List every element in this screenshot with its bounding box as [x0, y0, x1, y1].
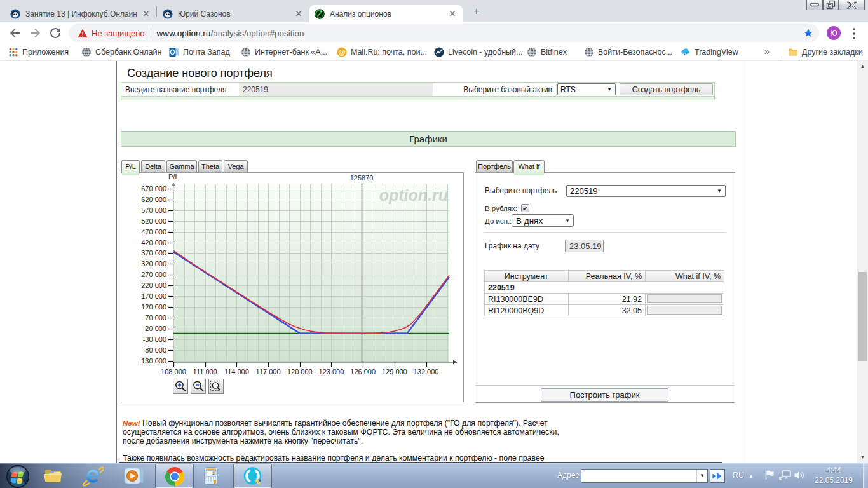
- page-content: Создание нового портфеля Введите названи…: [0, 61, 868, 463]
- tab-separator: [156, 6, 157, 17]
- notes-paragraph-2: Также появилась возможность редактироват…: [123, 454, 545, 463]
- bookmark-item[interactable]: @Mail.Ru: почта, пои...: [337, 46, 427, 58]
- chart-tab-gamma[interactable]: Gamma: [166, 160, 197, 172]
- new-tab-button[interactable]: +: [468, 6, 485, 17]
- zoom-in-button[interactable]: [173, 379, 188, 394]
- taskbar-calculator-icon[interactable]: 0: [200, 465, 222, 487]
- new-badge: New!: [123, 419, 140, 427]
- window-restore-button[interactable]: [823, 0, 839, 10]
- globe-icon: [241, 47, 251, 57]
- portfolio-select[interactable]: 220519▼: [566, 185, 726, 197]
- chart-tab-pl[interactable]: P/L: [121, 160, 140, 173]
- pl-chart[interactable]: option.ru125870670 000620 000570 000520 …: [121, 172, 464, 402]
- taskbar-explorer-icon[interactable]: [43, 465, 64, 487]
- bookmark-item[interactable]: Bitfinex: [527, 46, 567, 58]
- reload-icon[interactable]: [48, 25, 63, 41]
- portfolio-name-label: Введите название портфеля: [121, 83, 239, 96]
- tab-close-icon[interactable]: ✕: [294, 9, 304, 19]
- browser-tab-1[interactable]: Занятие 13 | Инфоклуб.Онлайн ✕: [5, 5, 156, 22]
- svg-text:420 000: 420 000: [141, 239, 166, 247]
- taskbar-wmp-icon[interactable]: [122, 465, 144, 487]
- bookmark-item[interactable]: Интернет-банк «А...: [241, 46, 327, 58]
- bookmark-item[interactable]: Приложения: [8, 46, 69, 58]
- zoom-region-button[interactable]: [208, 379, 224, 394]
- browser-tab-2[interactable]: Юрий Сазонов ✕: [158, 5, 309, 22]
- action-center-flag-icon[interactable]: [764, 470, 775, 483]
- scroll-up-icon[interactable]: ▲: [857, 61, 868, 72]
- create-portfolio-button[interactable]: Создать портфель: [620, 83, 713, 95]
- network-icon[interactable]: [779, 470, 791, 483]
- bookmark-star-icon[interactable]: [803, 28, 813, 38]
- taskbar-chrome-button[interactable]: [156, 464, 193, 488]
- col-instrument: Инструмент: [485, 271, 569, 282]
- address-go-button[interactable]: [710, 469, 725, 483]
- taskbar-app-button[interactable]: [234, 464, 271, 488]
- tab-portfolio[interactable]: Портфель: [476, 160, 513, 172]
- svg-text:320 000: 320 000: [141, 260, 166, 268]
- browser-menu-icon[interactable]: [853, 28, 857, 38]
- browser-tab-3-active[interactable]: Анализ опционов ✕: [309, 5, 463, 22]
- svg-text:123 000: 123 000: [319, 368, 344, 376]
- svg-text:670 000: 670 000: [141, 185, 166, 193]
- tray-expand-icon[interactable]: ▲: [749, 473, 754, 479]
- back-icon[interactable]: [8, 25, 23, 41]
- address-bar[interactable]: Не защищено www.option.ru/analysis/optio…: [69, 24, 819, 42]
- clock-time[interactable]: 4:44: [817, 466, 850, 475]
- other-bookmarks[interactable]: Другие закладки: [788, 46, 863, 58]
- portfolio-name-input[interactable]: 220519: [240, 83, 432, 96]
- security-warning-icon[interactable]: [78, 29, 88, 38]
- scroll-down-icon[interactable]: ▼: [857, 452, 868, 463]
- base-asset-select[interactable]: RTS▼: [557, 83, 616, 95]
- tab-title: Занятие 13 | Инфоклуб.Онлайн: [25, 10, 141, 18]
- bookmarks-overflow-icon[interactable]: »: [764, 46, 770, 57]
- svg-text:126 000: 126 000: [350, 368, 376, 376]
- tab-close-icon[interactable]: ✕: [447, 9, 458, 19]
- select-arrow-icon: ▼: [607, 86, 612, 92]
- svg-text:117 000: 117 000: [256, 368, 281, 376]
- profile-avatar[interactable]: Ю: [827, 26, 841, 40]
- chart-date-input[interactable]: 23.05.19: [565, 240, 604, 252]
- build-chart-button[interactable]: Построить график: [541, 388, 668, 402]
- bookmark-item[interactable]: Сбербанк Онлайн: [81, 46, 161, 58]
- volume-icon[interactable]: [794, 470, 804, 483]
- window-close-button[interactable]: [839, 0, 865, 10]
- svg-text:170 000: 170 000: [141, 292, 166, 300]
- taskbar-ie-icon[interactable]: [82, 465, 104, 487]
- bookmark-item[interactable]: Войти-Безопаснос...: [584, 46, 672, 58]
- show-desktop-button[interactable]: [863, 463, 868, 488]
- svg-text:111 000: 111 000: [193, 368, 217, 376]
- svg-text:470 000: 470 000: [141, 228, 166, 236]
- scrollbar-thumb[interactable]: [858, 272, 867, 361]
- bookmark-item[interactable]: TradingView: [681, 46, 738, 58]
- bookmark-item[interactable]: Livecoin - удобный...: [434, 46, 523, 58]
- option-ru-favicon-icon: [315, 9, 325, 19]
- clock-date[interactable]: 22.05.2019: [812, 476, 855, 485]
- window-minimize-button[interactable]: [806, 0, 823, 10]
- svg-text:70 000: 70 000: [145, 314, 166, 322]
- until-exp-select[interactable]: В днях▼: [512, 214, 574, 227]
- tab-close-icon[interactable]: ✕: [141, 9, 151, 19]
- security-label[interactable]: Не защищено: [92, 29, 145, 38]
- base-asset-cell: RTS▼: [557, 83, 618, 96]
- url-text[interactable]: www.option.ru/analysis/option#position: [157, 29, 304, 38]
- note-line: после добавления инструмента нажмите на …: [123, 437, 363, 445]
- chart-tab-vega[interactable]: Vega: [224, 160, 248, 172]
- group-row: 220519: [485, 282, 724, 294]
- chart-tab-delta[interactable]: Delta: [141, 160, 165, 172]
- address-toolbar-input[interactable]: ▼: [581, 469, 708, 483]
- page-scrollbar[interactable]: ▲ ▼: [857, 61, 868, 463]
- bookmark-item[interactable]: Почта Запад: [169, 46, 230, 58]
- url-host: www.option.ru: [157, 29, 211, 38]
- zoom-out-button[interactable]: [191, 379, 206, 394]
- language-indicator[interactable]: RU: [733, 471, 744, 480]
- tab-whatif[interactable]: What if: [513, 160, 545, 173]
- forward-icon[interactable]: [27, 25, 43, 41]
- start-button[interactable]: [6, 464, 29, 487]
- whatif-iv-input[interactable]: [647, 294, 722, 303]
- dropdown-arrow-icon[interactable]: ▼: [696, 470, 707, 482]
- chart-tab-theta[interactable]: Theta: [198, 160, 222, 172]
- rubles-checkbox[interactable]: ✔: [521, 204, 529, 212]
- whatif-iv-input[interactable]: [647, 306, 722, 315]
- svg-text:120 000: 120 000: [141, 303, 166, 311]
- real-iv-cell: 32,05: [568, 305, 645, 316]
